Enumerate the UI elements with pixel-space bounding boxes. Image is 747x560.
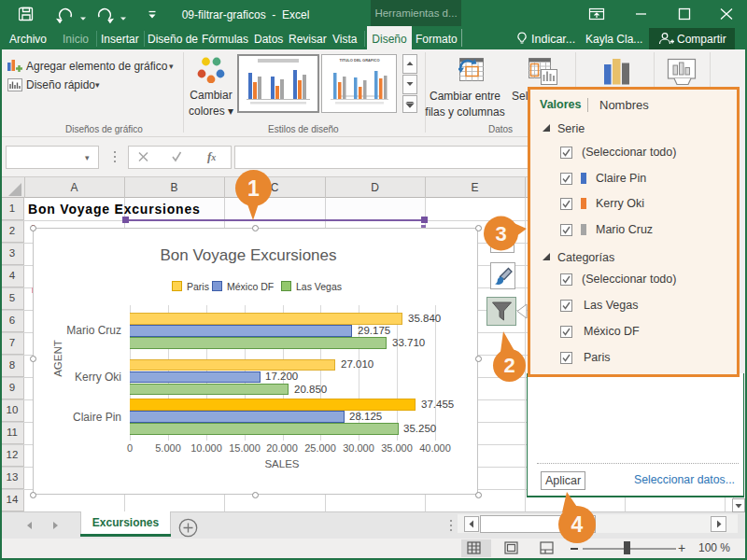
svg-text:1: 1 xyxy=(247,176,260,201)
svg-text:2: 2 xyxy=(503,354,514,377)
svg-text:3: 3 xyxy=(495,222,506,245)
svg-text:4: 4 xyxy=(571,512,584,537)
